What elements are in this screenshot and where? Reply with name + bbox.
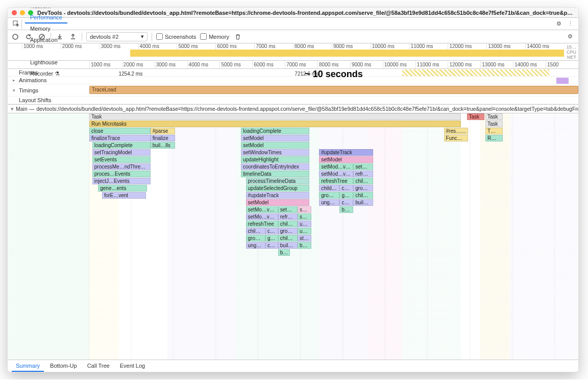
flame-segment[interactable]: setMod…vents [319, 163, 353, 170]
session-select[interactable]: devtools #2 ▾ [86, 32, 148, 41]
details-tab-summary[interactable]: Summary [12, 361, 44, 372]
flame-segment[interactable]: setModel [319, 156, 373, 163]
record-button[interactable] [11, 32, 20, 41]
flame-segment[interactable]: b…n [339, 206, 353, 213]
flame-segment[interactable]: updateHighlight [241, 156, 309, 163]
clear-button[interactable] [37, 32, 46, 41]
flame-segment[interactable]: refr…Tree [353, 171, 373, 177]
flame-chart[interactable]: TaskTaskTaskRun MicrotasksTaskclose#pars… [8, 113, 578, 360]
flame-segment[interactable]: setMod…vents [319, 171, 353, 177]
tab-performance[interactable]: Performance [25, 12, 67, 23]
flame-segment[interactable]: buil…ren [278, 242, 298, 249]
flame-segment[interactable]: buil…ren [353, 199, 373, 206]
flame-segment[interactable]: gro…es [246, 235, 265, 242]
flame-segment[interactable]: up…ow [298, 221, 311, 227]
trash-icon[interactable] [233, 32, 242, 41]
flame-segment[interactable]: forE…vent [102, 192, 146, 199]
flame-segment[interactable]: children [353, 178, 373, 184]
flame-segment[interactable]: #res…odes [444, 128, 469, 134]
details-tab-event-log[interactable]: Event Log [116, 361, 150, 372]
flame-segment[interactable]: setModel [241, 135, 309, 141]
flame-segment[interactable]: setEvents [92, 156, 151, 163]
flame-segment[interactable]: c…n [339, 185, 353, 192]
flame-segment[interactable]: processTimelineData [246, 178, 310, 184]
minimize-icon[interactable] [20, 10, 25, 15]
flame-segment[interactable]: Task [467, 113, 484, 120]
screenshots-checkbox[interactable] [156, 33, 163, 40]
timeline-ruler[interactable]: 1000 ms2000 ms3000 ms4000 ms5000 ms6000 … [8, 61, 578, 69]
flame-segment[interactable]: updateSelectedGroup [246, 185, 310, 192]
track-timings[interactable]: ▾Timings ~ 10 seconds TraceLoad [8, 84, 578, 97]
flame-segment[interactable]: setTracingModel [92, 149, 151, 156]
more-icon[interactable]: ⋮ [565, 20, 575, 27]
flame-segment[interactable]: set…on [298, 206, 311, 213]
flame-segment[interactable]: refr…Tree [278, 213, 298, 220]
flame-segment[interactable]: loadingComplete [92, 142, 151, 149]
flame-segment[interactable]: children [319, 185, 339, 192]
flame-segment[interactable]: #updateTrack [319, 149, 373, 156]
flame-segment[interactable]: refreshTree [319, 178, 353, 184]
flame-segment[interactable]: upd…ts [298, 228, 311, 234]
flame-segment[interactable]: children [278, 221, 298, 227]
flame-segment[interactable]: c… [265, 242, 278, 249]
flame-segment[interactable]: children [278, 235, 298, 242]
flame-segment[interactable]: c…n [339, 199, 353, 206]
capture-settings-gear-icon[interactable]: ⚙ [565, 33, 575, 40]
flame-segment[interactable]: finalizeTrace [89, 135, 151, 141]
flame-segment[interactable]: children [246, 228, 265, 234]
flame-segment[interactable]: sta…ge [298, 235, 311, 242]
flame-segment[interactable]: bui…ed [298, 242, 311, 249]
flame-segment[interactable]: #updateTrack [246, 192, 310, 199]
settings-gear-icon[interactable]: ⚙ [554, 20, 564, 27]
track-animations[interactable]: ▸Animations [8, 77, 578, 84]
flame-segment[interactable]: children [353, 192, 373, 199]
flame-segment[interactable]: buil…lls [151, 142, 175, 149]
flame-segment[interactable]: setM…nts [353, 163, 373, 170]
flame-segment[interactable]: gro…des [353, 185, 373, 192]
flame-segment[interactable]: proces…Events [92, 171, 151, 177]
flame-segment[interactable]: gro…es [319, 192, 339, 199]
flame-segment[interactable]: T… [485, 128, 503, 134]
memory-toggle[interactable]: Memory [200, 33, 229, 40]
flame-segment[interactable]: setWindowTimes [241, 149, 309, 156]
flame-segment[interactable]: ung…es [319, 199, 339, 206]
load-profile-button[interactable] [55, 32, 64, 41]
flame-segment[interactable]: c… [265, 228, 278, 234]
reload-record-button[interactable] [24, 32, 33, 41]
flame-segment[interactable]: processMe…ndThreads [92, 163, 151, 170]
traceload-bar[interactable]: TraceLoad [89, 86, 578, 94]
flame-segment[interactable]: setModel [241, 142, 309, 149]
main-thread-header[interactable]: ▾ Main — devtools://devtools/bundled/dev… [8, 105, 578, 113]
flame-segment[interactable]: finalize [151, 135, 175, 141]
flame-segment[interactable]: Func…Call [444, 135, 469, 141]
flame-segment[interactable]: gene…ents [98, 185, 147, 192]
flame-segment[interactable]: Run Microtasks [89, 121, 461, 127]
flame-segment[interactable]: Task [485, 113, 503, 120]
flame-segment[interactable]: close [89, 128, 151, 134]
flame-segment[interactable]: g…s [339, 192, 353, 199]
flame-segment[interactable]: timelineData [241, 171, 309, 177]
details-tab-bottom-up[interactable]: Bottom-Up [46, 361, 81, 372]
memory-checkbox[interactable] [200, 33, 207, 40]
animation-block[interactable] [556, 78, 569, 84]
flame-segment[interactable]: loadingComplete [241, 128, 309, 134]
screenshots-toggle[interactable]: Screenshots [156, 33, 196, 40]
flame-segment[interactable]: #parse [151, 128, 175, 134]
inspect-element-icon[interactable] [11, 19, 22, 29]
flame-segment[interactable]: injectJ…Events [92, 178, 151, 184]
flame-segment[interactable]: ung…es [246, 242, 265, 249]
flame-segment[interactable]: gro…des [278, 228, 298, 234]
details-tab-call-tree[interactable]: Call Tree [83, 361, 114, 372]
tab-network[interactable]: Network [25, 7, 67, 12]
flame-segment[interactable]: b… [278, 249, 290, 256]
flame-segment[interactable]: R… [485, 135, 503, 141]
flame-segment[interactable]: sc…ow [298, 213, 311, 220]
close-icon[interactable] [12, 10, 17, 15]
flame-segment[interactable]: setM…nts [278, 206, 298, 213]
save-profile-button[interactable] [68, 32, 78, 41]
flame-segment[interactable]: setMo…vents [246, 206, 278, 213]
flame-segment[interactable]: Task [485, 121, 503, 127]
track-layout-shifts[interactable]: Layout Shifts [8, 97, 578, 104]
flame-segment[interactable]: coordinatesToEntryIndex [241, 163, 309, 170]
flame-segment[interactable]: setMo…vents [246, 213, 278, 220]
